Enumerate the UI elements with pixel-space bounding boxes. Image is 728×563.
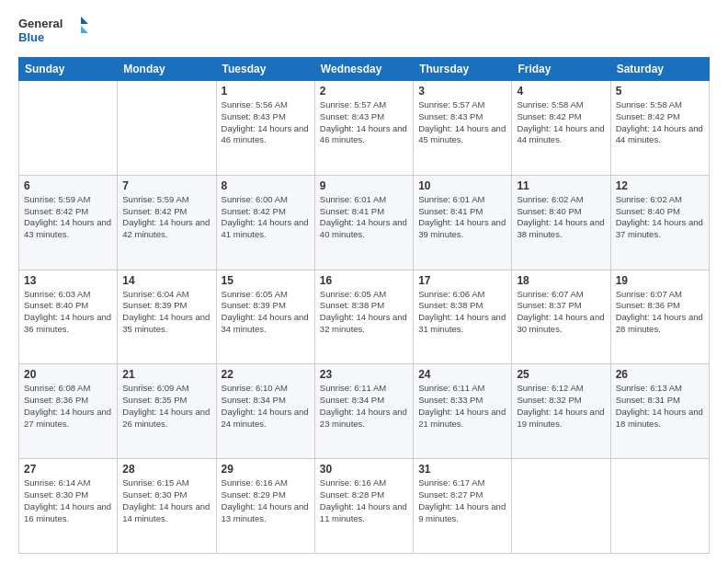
day-info: Sunrise: 5:57 AM Sunset: 8:43 PM Dayligh… [320, 99, 408, 146]
calendar-week-5: 27Sunrise: 6:14 AM Sunset: 8:30 PM Dayli… [19, 459, 710, 554]
day-info: Sunrise: 5:59 AM Sunset: 8:42 PM Dayligh… [122, 194, 210, 241]
svg-marker-3 [81, 26, 88, 33]
day-number: 20 [24, 368, 112, 381]
day-info: Sunrise: 6:16 AM Sunset: 8:28 PM Dayligh… [320, 477, 408, 524]
weekday-header-monday: Monday [118, 58, 216, 81]
day-info: Sunrise: 6:01 AM Sunset: 8:41 PM Dayligh… [418, 194, 506, 241]
calendar-cell: 31Sunrise: 6:17 AM Sunset: 8:27 PM Dayli… [414, 459, 512, 554]
page: General Blue SundayMondayTuesdayWednesda… [0, 0, 728, 563]
day-info: Sunrise: 6:04 AM Sunset: 8:39 PM Dayligh… [122, 289, 210, 336]
day-number: 23 [320, 368, 408, 381]
calendar-cell: 1Sunrise: 5:56 AM Sunset: 8:43 PM Daylig… [216, 81, 314, 176]
day-number: 14 [122, 274, 210, 287]
day-number: 5 [616, 85, 704, 98]
calendar-cell: 25Sunrise: 6:12 AM Sunset: 8:32 PM Dayli… [512, 364, 610, 459]
calendar-cell: 19Sunrise: 6:07 AM Sunset: 8:36 PM Dayli… [610, 270, 709, 364]
day-number: 15 [222, 274, 310, 287]
day-number: 4 [517, 85, 605, 98]
day-number: 9 [320, 179, 408, 192]
calendar-cell: 13Sunrise: 6:03 AM Sunset: 8:40 PM Dayli… [19, 270, 118, 364]
calendar-cell: 7Sunrise: 5:59 AM Sunset: 8:42 PM Daylig… [118, 175, 216, 270]
day-number: 11 [517, 179, 605, 192]
calendar-table: SundayMondayTuesdayWednesdayThursdayFrid… [18, 57, 710, 554]
calendar-week-3: 13Sunrise: 6:03 AM Sunset: 8:40 PM Dayli… [19, 270, 710, 364]
day-info: Sunrise: 6:02 AM Sunset: 8:40 PM Dayligh… [616, 194, 704, 241]
day-number: 7 [122, 179, 210, 192]
calendar-week-1: 1Sunrise: 5:56 AM Sunset: 8:43 PM Daylig… [19, 81, 710, 176]
calendar-cell: 5Sunrise: 5:58 AM Sunset: 8:42 PM Daylig… [610, 81, 709, 176]
logo: General Blue [18, 15, 92, 48]
day-info: Sunrise: 5:57 AM Sunset: 8:43 PM Dayligh… [418, 99, 506, 146]
svg-marker-2 [81, 17, 88, 24]
day-info: Sunrise: 6:09 AM Sunset: 8:35 PM Dayligh… [122, 383, 210, 430]
weekday-header-wednesday: Wednesday [314, 58, 413, 81]
logo-svg: General Blue [18, 15, 92, 48]
calendar-cell [118, 81, 216, 176]
calendar-cell: 17Sunrise: 6:06 AM Sunset: 8:38 PM Dayli… [414, 270, 512, 364]
day-number: 26 [616, 368, 704, 381]
day-info: Sunrise: 6:10 AM Sunset: 8:34 PM Dayligh… [222, 383, 310, 430]
day-number: 19 [616, 274, 704, 287]
day-number: 3 [418, 85, 506, 98]
calendar-cell: 18Sunrise: 6:07 AM Sunset: 8:37 PM Dayli… [512, 270, 610, 364]
calendar-cell: 21Sunrise: 6:09 AM Sunset: 8:35 PM Dayli… [118, 364, 216, 459]
day-info: Sunrise: 6:05 AM Sunset: 8:38 PM Dayligh… [320, 289, 408, 336]
weekday-header-tuesday: Tuesday [216, 58, 314, 81]
calendar-cell [512, 459, 610, 554]
day-number: 28 [122, 463, 210, 476]
header: General Blue [18, 15, 710, 48]
day-number: 16 [320, 274, 408, 287]
day-number: 12 [616, 179, 704, 192]
day-info: Sunrise: 5:58 AM Sunset: 8:42 PM Dayligh… [517, 99, 605, 146]
calendar-cell: 22Sunrise: 6:10 AM Sunset: 8:34 PM Dayli… [216, 364, 314, 459]
day-number: 21 [122, 368, 210, 381]
day-info: Sunrise: 6:06 AM Sunset: 8:38 PM Dayligh… [418, 289, 506, 336]
day-info: Sunrise: 6:08 AM Sunset: 8:36 PM Dayligh… [24, 383, 112, 430]
calendar-cell: 29Sunrise: 6:16 AM Sunset: 8:29 PM Dayli… [216, 459, 314, 554]
calendar-cell: 2Sunrise: 5:57 AM Sunset: 8:43 PM Daylig… [314, 81, 413, 176]
day-info: Sunrise: 6:11 AM Sunset: 8:34 PM Dayligh… [320, 383, 408, 430]
calendar-cell: 12Sunrise: 6:02 AM Sunset: 8:40 PM Dayli… [610, 175, 709, 270]
calendar-cell: 14Sunrise: 6:04 AM Sunset: 8:39 PM Dayli… [118, 270, 216, 364]
calendar-cell: 8Sunrise: 6:00 AM Sunset: 8:42 PM Daylig… [216, 175, 314, 270]
calendar-cell: 11Sunrise: 6:02 AM Sunset: 8:40 PM Dayli… [512, 175, 610, 270]
day-number: 25 [517, 368, 605, 381]
day-info: Sunrise: 6:12 AM Sunset: 8:32 PM Dayligh… [517, 383, 605, 430]
day-info: Sunrise: 6:15 AM Sunset: 8:30 PM Dayligh… [122, 477, 210, 524]
day-info: Sunrise: 5:56 AM Sunset: 8:43 PM Dayligh… [222, 99, 310, 146]
day-number: 29 [222, 463, 310, 476]
day-info: Sunrise: 5:58 AM Sunset: 8:42 PM Dayligh… [616, 99, 704, 146]
day-info: Sunrise: 6:02 AM Sunset: 8:40 PM Dayligh… [517, 194, 605, 241]
day-number: 31 [418, 463, 506, 476]
day-number: 6 [24, 179, 112, 192]
day-number: 8 [222, 179, 310, 192]
calendar-header-row: SundayMondayTuesdayWednesdayThursdayFrid… [19, 58, 710, 81]
weekday-header-thursday: Thursday [414, 58, 512, 81]
calendar-cell: 6Sunrise: 5:59 AM Sunset: 8:42 PM Daylig… [19, 175, 118, 270]
calendar-cell [610, 459, 709, 554]
day-number: 2 [320, 85, 408, 98]
day-info: Sunrise: 6:01 AM Sunset: 8:41 PM Dayligh… [320, 194, 408, 241]
calendar-cell: 24Sunrise: 6:11 AM Sunset: 8:33 PM Dayli… [414, 364, 512, 459]
calendar-cell: 4Sunrise: 5:58 AM Sunset: 8:42 PM Daylig… [512, 81, 610, 176]
weekday-header-friday: Friday [512, 58, 610, 81]
day-number: 30 [320, 463, 408, 476]
day-info: Sunrise: 6:05 AM Sunset: 8:39 PM Dayligh… [222, 289, 310, 336]
calendar-cell [19, 81, 118, 176]
calendar-cell: 10Sunrise: 6:01 AM Sunset: 8:41 PM Dayli… [414, 175, 512, 270]
calendar-week-4: 20Sunrise: 6:08 AM Sunset: 8:36 PM Dayli… [19, 364, 710, 459]
day-number: 1 [222, 85, 310, 98]
day-info: Sunrise: 6:11 AM Sunset: 8:33 PM Dayligh… [418, 383, 506, 430]
day-info: Sunrise: 6:07 AM Sunset: 8:37 PM Dayligh… [517, 289, 605, 336]
svg-text:Blue: Blue [18, 30, 44, 44]
day-number: 13 [24, 274, 112, 287]
day-number: 18 [517, 274, 605, 287]
day-info: Sunrise: 6:07 AM Sunset: 8:36 PM Dayligh… [616, 289, 704, 336]
day-number: 10 [418, 179, 506, 192]
calendar-cell: 15Sunrise: 6:05 AM Sunset: 8:39 PM Dayli… [216, 270, 314, 364]
day-number: 22 [222, 368, 310, 381]
day-info: Sunrise: 6:03 AM Sunset: 8:40 PM Dayligh… [24, 289, 112, 336]
calendar-cell: 9Sunrise: 6:01 AM Sunset: 8:41 PM Daylig… [314, 175, 413, 270]
day-info: Sunrise: 6:13 AM Sunset: 8:31 PM Dayligh… [616, 383, 704, 430]
calendar-week-2: 6Sunrise: 5:59 AM Sunset: 8:42 PM Daylig… [19, 175, 710, 270]
